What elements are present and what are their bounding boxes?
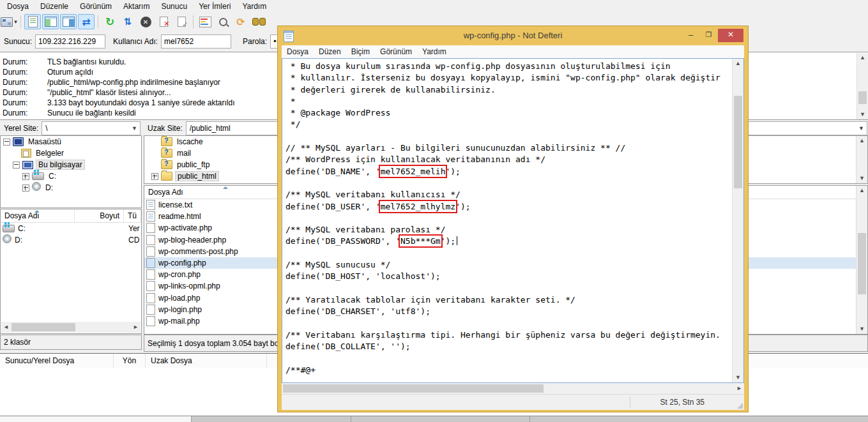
scroll-down-icon[interactable]: ▼ xyxy=(857,324,867,334)
fz-menu-yard-m[interactable]: Yardım xyxy=(236,0,272,13)
fz-menu-yer-i-mleri[interactable]: Yer İmleri xyxy=(193,0,236,13)
strip-segment xyxy=(192,416,351,422)
reconnect-button[interactable]: ✓ xyxy=(173,14,190,29)
filter-button[interactable] xyxy=(197,14,213,29)
code-line: define('DB_CHARSET', 'utf8'); xyxy=(286,306,731,317)
scroll-thumb[interactable] xyxy=(11,323,75,331)
scroll-down-icon[interactable]: ▼ xyxy=(857,174,867,183)
local-status-text: 2 klasör xyxy=(4,338,31,347)
tree-item-label: lscache xyxy=(175,137,205,146)
tree-item-desktop[interactable]: Masaüstü xyxy=(1,136,141,147)
scroll-right-icon[interactable]: ► xyxy=(735,383,744,394)
scroll-thumb[interactable] xyxy=(858,233,866,294)
directory-comparison-button[interactable] xyxy=(215,14,231,29)
column-direction[interactable]: Yön xyxy=(114,354,146,368)
fz-menu-sunucu[interactable]: Sunucu xyxy=(155,0,193,13)
fz-menu-aktar-m[interactable]: Aktarım xyxy=(118,0,155,13)
fz-menu-d-zenle[interactable]: Düzenle xyxy=(34,0,74,13)
scroll-thumb[interactable] xyxy=(734,96,742,188)
chevron-down-icon: ▾ xyxy=(14,19,17,25)
transfer-queue-icon: ⇄ xyxy=(82,16,90,28)
scroll-left-icon[interactable]: ◄ xyxy=(1,322,11,333)
code-line xyxy=(286,283,731,294)
scroll-thumb[interactable] xyxy=(283,384,544,393)
folder-unknown-icon xyxy=(161,160,172,169)
expand-icon[interactable] xyxy=(22,173,29,180)
tree-item-this-pc[interactable]: Bu bilgisayar xyxy=(1,159,141,170)
np-menu-d-zen[interactable]: Düzen xyxy=(314,45,346,58)
np-menu-dosya[interactable]: Dosya xyxy=(282,45,314,58)
toggle-remote-tree-button[interactable] xyxy=(60,14,77,29)
tree-item-drive-d[interactable]: D: xyxy=(1,182,141,193)
process-queue-button[interactable]: ⇅ xyxy=(119,14,136,29)
local-list-hscrollbar[interactable]: ◄ ► xyxy=(1,322,141,333)
close-button[interactable]: ✕ xyxy=(718,29,743,42)
file-icon xyxy=(146,269,155,280)
tree-item-drive-c[interactable]: C: xyxy=(1,170,141,182)
code-line: * Bu dosya kurulum sırasında wp-config.p… xyxy=(286,61,731,72)
collapse-icon[interactable] xyxy=(13,162,20,169)
site-manager-button[interactable]: ▾ xyxy=(1,14,17,29)
log-scrollbar[interactable]: ▲ ▼ xyxy=(857,53,868,119)
toolbar-separator xyxy=(193,15,194,28)
maximize-button[interactable]: ❐ xyxy=(700,29,717,42)
tree-item-label: Belgeler xyxy=(34,149,66,158)
column-filename[interactable]: Dosya Adı xyxy=(1,209,75,222)
scroll-right-icon[interactable]: ► xyxy=(131,322,141,333)
synchronized-browsing-button[interactable]: ⟳ xyxy=(232,14,249,29)
folder-unknown-icon xyxy=(161,137,172,146)
expand-icon[interactable] xyxy=(22,185,29,192)
notepad-edit-area[interactable]: * Bu dosya kurulum sırasında wp-config.p… xyxy=(282,58,744,383)
scroll-up-icon[interactable]: ▲ xyxy=(857,53,868,63)
code-line: * kullanılır. İsterseniz bu dosyayı kopy… xyxy=(286,72,731,84)
bottom-strip xyxy=(0,416,868,422)
notepad-vscrollbar[interactable]: ▲ ▼ xyxy=(732,59,743,382)
notepad-titlebar[interactable]: wp-config.php - Not Defteri – ❐ ✕ xyxy=(278,26,748,45)
fz-menu-dosya[interactable]: Dosya xyxy=(1,0,34,13)
file-type: CD xyxy=(128,236,139,245)
toggle-transfer-queue-button[interactable]: ⇄ xyxy=(78,14,95,29)
host-input[interactable]: 109.232.216.229 xyxy=(35,34,105,49)
toggle-local-tree-button[interactable] xyxy=(42,14,59,29)
scroll-thumb[interactable] xyxy=(858,91,867,104)
scroll-down-icon[interactable]: ▼ xyxy=(733,373,743,382)
toggle-message-log-button[interactable] xyxy=(24,14,41,29)
column-remote-file[interactable]: Uzak Dosya xyxy=(146,354,267,368)
host-label: Sunucu: xyxy=(4,37,32,46)
resize-grip-icon[interactable] xyxy=(737,403,743,409)
computer-icon xyxy=(22,161,33,169)
notepad-hscrollbar[interactable]: ◄ ► xyxy=(282,383,744,394)
cancel-button[interactable]: ✕ xyxy=(137,14,154,29)
scroll-down-icon[interactable]: ▼ xyxy=(857,110,868,119)
column-size[interactable]: Boyut xyxy=(75,209,124,222)
file-icon xyxy=(146,258,155,268)
column-type[interactable]: Tü xyxy=(124,209,141,222)
local-site-combo[interactable]: \ ▼ xyxy=(42,121,141,135)
column-server-local-file[interactable]: Sunucu/Yerel Dosya xyxy=(0,354,114,368)
file-name: wp-cron.php xyxy=(158,270,201,279)
local-file-row[interactable]: C: Yer xyxy=(1,223,141,234)
np-menu-g-r-n-m[interactable]: Görünüm xyxy=(375,45,417,58)
find-files-button[interactable] xyxy=(250,14,267,29)
minimize-button[interactable]: – xyxy=(682,29,699,42)
refresh-button[interactable]: ↻ xyxy=(102,14,118,29)
local-file-row[interactable]: D: CD xyxy=(1,234,141,246)
code-line: /** MySQL veritabanı parolası */ xyxy=(286,224,731,236)
np-menu-yard-m[interactable]: Yardım xyxy=(417,45,452,58)
collapse-icon[interactable] xyxy=(3,139,10,146)
scroll-up-icon[interactable]: ▲ xyxy=(857,136,867,146)
remote-tree-scrollbar[interactable]: ▲ ▼ xyxy=(856,136,867,183)
notepad-statusbar: St 25, Stn 35 xyxy=(282,394,744,410)
expand-icon[interactable] xyxy=(151,173,158,180)
tree-item-documents[interactable]: Belgeler xyxy=(1,147,141,159)
remote-list-scrollbar[interactable]: ▲ ▼ xyxy=(856,186,867,334)
disconnect-button[interactable]: ✕ xyxy=(155,14,172,29)
scroll-up-icon[interactable]: ▲ xyxy=(733,59,743,68)
strip-segment xyxy=(0,416,192,422)
code-line xyxy=(286,213,731,224)
fz-menu-g-r-n-m[interactable]: Görünüm xyxy=(74,0,118,13)
username-input[interactable]: mel7652 xyxy=(161,34,231,49)
scroll-up-icon[interactable]: ▲ xyxy=(857,186,867,195)
np-menu-bi-im[interactable]: Biçim xyxy=(346,45,375,58)
file-name: wp-login.php xyxy=(158,305,202,314)
